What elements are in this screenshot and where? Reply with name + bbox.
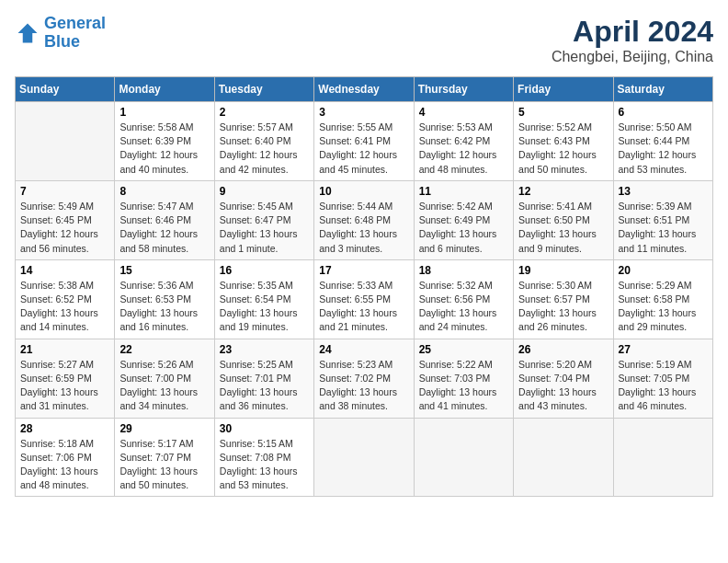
calendar-week-2: 7Sunrise: 5:49 AMSunset: 6:45 PMDaylight…	[16, 180, 713, 259]
day-number: 1	[119, 106, 209, 119]
day-info: Sunrise: 5:18 AMSunset: 7:06 PMDaylight:…	[20, 437, 109, 493]
day-number: 14	[20, 264, 109, 277]
day-number: 19	[518, 264, 608, 277]
day-number: 24	[319, 343, 408, 356]
day-info: Sunrise: 5:55 AMSunset: 6:41 PMDaylight:…	[319, 121, 408, 177]
calendar-cell: 11Sunrise: 5:42 AMSunset: 6:49 PMDayligh…	[414, 180, 513, 259]
calendar-cell: 1Sunrise: 5:58 AMSunset: 6:39 PMDaylight…	[115, 102, 214, 181]
day-info: Sunrise: 5:50 AMSunset: 6:44 PMDaylight:…	[619, 121, 708, 177]
calendar-cell: 22Sunrise: 5:26 AMSunset: 7:00 PMDayligh…	[115, 339, 214, 418]
col-header-thursday: Thursday	[414, 77, 513, 102]
calendar-cell: 24Sunrise: 5:23 AMSunset: 7:02 PMDayligh…	[314, 339, 414, 418]
col-header-monday: Monday	[115, 77, 214, 102]
title-block: April 2024 Chengbei, Beijing, China	[552, 15, 713, 65]
calendar-cell: 18Sunrise: 5:32 AMSunset: 6:56 PMDayligh…	[414, 259, 513, 339]
day-number: 11	[419, 185, 508, 198]
calendar-week-4: 21Sunrise: 5:27 AMSunset: 6:59 PMDayligh…	[16, 339, 713, 418]
day-number: 30	[220, 422, 309, 435]
day-info: Sunrise: 5:45 AMSunset: 6:47 PMDaylight:…	[220, 200, 309, 256]
day-info: Sunrise: 5:38 AMSunset: 6:52 PMDaylight:…	[20, 279, 109, 335]
calendar-cell: 10Sunrise: 5:44 AMSunset: 6:48 PMDayligh…	[314, 180, 414, 259]
day-info: Sunrise: 5:39 AMSunset: 6:51 PMDaylight:…	[619, 200, 708, 256]
calendar-cell: 16Sunrise: 5:35 AMSunset: 6:54 PMDayligh…	[214, 259, 313, 339]
calendar-week-1: 1Sunrise: 5:58 AMSunset: 6:39 PMDaylight…	[16, 102, 713, 181]
day-number: 15	[119, 264, 209, 277]
day-number: 28	[20, 422, 109, 435]
day-number: 13	[619, 185, 708, 198]
logo-icon	[15, 20, 40, 46]
day-number: 8	[119, 185, 209, 198]
calendar-cell: 13Sunrise: 5:39 AMSunset: 6:51 PMDayligh…	[613, 180, 712, 259]
day-info: Sunrise: 5:27 AMSunset: 6:59 PMDaylight:…	[20, 358, 109, 414]
calendar-cell	[613, 418, 712, 497]
day-info: Sunrise: 5:44 AMSunset: 6:48 PMDaylight:…	[319, 200, 408, 256]
day-number: 10	[319, 185, 408, 198]
calendar-cell: 7Sunrise: 5:49 AMSunset: 6:45 PMDaylight…	[16, 180, 115, 259]
day-info: Sunrise: 5:49 AMSunset: 6:45 PMDaylight:…	[20, 200, 109, 256]
day-number: 5	[518, 106, 608, 119]
day-info: Sunrise: 5:30 AMSunset: 6:57 PMDaylight:…	[518, 279, 608, 335]
day-info: Sunrise: 5:32 AMSunset: 6:56 PMDaylight:…	[419, 279, 508, 335]
day-number: 9	[220, 185, 309, 198]
day-number: 17	[319, 264, 408, 277]
calendar-table: SundayMondayTuesdayWednesdayThursdayFrid…	[15, 76, 713, 497]
day-info: Sunrise: 5:47 AMSunset: 6:46 PMDaylight:…	[119, 200, 209, 256]
calendar-cell: 15Sunrise: 5:36 AMSunset: 6:53 PMDayligh…	[115, 259, 214, 339]
calendar-cell: 29Sunrise: 5:17 AMSunset: 7:07 PMDayligh…	[115, 418, 214, 497]
calendar-cell: 9Sunrise: 5:45 AMSunset: 6:47 PMDaylight…	[214, 180, 313, 259]
calendar-cell: 4Sunrise: 5:53 AMSunset: 6:42 PMDaylight…	[414, 102, 513, 181]
calendar-cell: 12Sunrise: 5:41 AMSunset: 6:50 PMDayligh…	[514, 180, 613, 259]
day-info: Sunrise: 5:15 AMSunset: 7:08 PMDaylight:…	[220, 437, 309, 493]
svg-marker-0	[18, 23, 38, 42]
day-info: Sunrise: 5:35 AMSunset: 6:54 PMDaylight:…	[220, 279, 309, 335]
calendar-cell: 23Sunrise: 5:25 AMSunset: 7:01 PMDayligh…	[214, 339, 313, 418]
day-number: 3	[319, 106, 408, 119]
calendar-cell: 27Sunrise: 5:19 AMSunset: 7:05 PMDayligh…	[613, 339, 712, 418]
day-info: Sunrise: 5:19 AMSunset: 7:05 PMDaylight:…	[619, 358, 708, 414]
calendar-cell: 3Sunrise: 5:55 AMSunset: 6:41 PMDaylight…	[314, 102, 414, 181]
calendar-cell: 20Sunrise: 5:29 AMSunset: 6:58 PMDayligh…	[613, 259, 712, 339]
day-number: 4	[419, 106, 508, 119]
calendar-week-3: 14Sunrise: 5:38 AMSunset: 6:52 PMDayligh…	[16, 259, 713, 339]
day-info: Sunrise: 5:36 AMSunset: 6:53 PMDaylight:…	[119, 279, 209, 335]
logo-text: General Blue	[44, 15, 106, 52]
day-number: 23	[220, 343, 309, 356]
day-number: 7	[20, 185, 109, 198]
page-subtitle: Chengbei, Beijing, China	[552, 49, 713, 65]
logo: General Blue	[15, 15, 106, 52]
calendar-cell	[16, 102, 115, 181]
day-number: 16	[220, 264, 309, 277]
day-info: Sunrise: 5:25 AMSunset: 7:01 PMDaylight:…	[220, 358, 309, 414]
day-number: 26	[518, 343, 608, 356]
day-info: Sunrise: 5:29 AMSunset: 6:58 PMDaylight:…	[619, 279, 708, 335]
day-number: 21	[20, 343, 109, 356]
calendar-cell	[414, 418, 513, 497]
calendar-cell: 25Sunrise: 5:22 AMSunset: 7:03 PMDayligh…	[414, 339, 513, 418]
day-info: Sunrise: 5:33 AMSunset: 6:55 PMDaylight:…	[319, 279, 408, 335]
day-number: 12	[518, 185, 608, 198]
day-number: 2	[220, 106, 309, 119]
calendar-week-5: 28Sunrise: 5:18 AMSunset: 7:06 PMDayligh…	[16, 418, 713, 497]
calendar-cell: 21Sunrise: 5:27 AMSunset: 6:59 PMDayligh…	[16, 339, 115, 418]
calendar-cell: 19Sunrise: 5:30 AMSunset: 6:57 PMDayligh…	[514, 259, 613, 339]
day-number: 22	[119, 343, 209, 356]
day-info: Sunrise: 5:22 AMSunset: 7:03 PMDaylight:…	[419, 358, 508, 414]
page-header: General Blue April 2024 Chengbei, Beijin…	[15, 15, 713, 65]
col-header-sunday: Sunday	[16, 77, 115, 102]
day-number: 25	[419, 343, 508, 356]
day-info: Sunrise: 5:57 AMSunset: 6:40 PMDaylight:…	[220, 121, 309, 177]
calendar-cell	[314, 418, 414, 497]
calendar-cell	[514, 418, 613, 497]
day-number: 20	[619, 264, 708, 277]
col-header-friday: Friday	[514, 77, 613, 102]
day-info: Sunrise: 5:41 AMSunset: 6:50 PMDaylight:…	[518, 200, 608, 256]
day-number: 18	[419, 264, 508, 277]
day-info: Sunrise: 5:58 AMSunset: 6:39 PMDaylight:…	[119, 121, 209, 177]
day-number: 29	[119, 422, 209, 435]
calendar-cell: 28Sunrise: 5:18 AMSunset: 7:06 PMDayligh…	[16, 418, 115, 497]
calendar-cell: 26Sunrise: 5:20 AMSunset: 7:04 PMDayligh…	[514, 339, 613, 418]
col-header-wednesday: Wednesday	[314, 77, 414, 102]
calendar-cell: 17Sunrise: 5:33 AMSunset: 6:55 PMDayligh…	[314, 259, 414, 339]
day-info: Sunrise: 5:20 AMSunset: 7:04 PMDaylight:…	[518, 358, 608, 414]
col-header-tuesday: Tuesday	[214, 77, 313, 102]
